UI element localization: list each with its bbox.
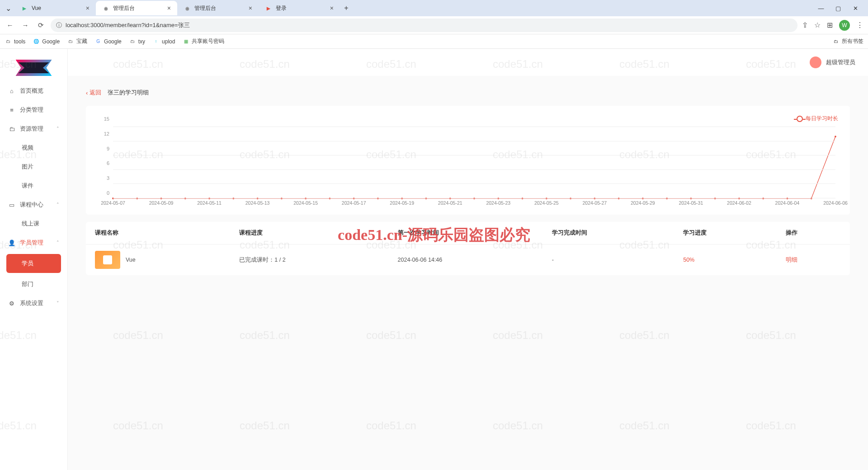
x-tick-label: 2024-06-04 <box>775 200 800 206</box>
sidebar-item[interactable]: 👤学员管理˄ <box>0 233 67 252</box>
bookmark-label: 宝藏 <box>76 38 87 45</box>
bookmark-label: txy <box>138 38 145 45</box>
bookmark-label: 共享账号密码 <box>192 38 224 45</box>
sidebar-sub-item[interactable]: 图片 <box>0 157 67 176</box>
chart-area: 03691215 2024-05-072024-05-092024-05-112… <box>98 124 838 210</box>
detail-link[interactable]: 明细 <box>786 257 797 263</box>
bookmark-icon: ↑ <box>152 38 160 45</box>
bookmark-icon: 🗀 <box>67 38 74 45</box>
table-card: 课程名称课程进度第一次学习时间学习完成时间学习进度操作 Vue 已完成课时：1 … <box>86 222 850 275</box>
sidebar-sub-item[interactable]: 线上课 <box>0 214 67 233</box>
y-tick-label: 9 <box>107 146 109 151</box>
bookmark-label: Google <box>104 38 122 45</box>
sidebar-sub-item[interactable]: 学员 <box>6 254 61 273</box>
sidebar-item[interactable]: ⌂首页概览 <box>0 81 67 100</box>
x-tick-label: 2024-05-27 <box>582 200 607 206</box>
courses-table: 课程名称课程进度第一次学习时间学习完成时间学习进度操作 Vue 已完成课时：1 … <box>86 222 850 275</box>
chart-plot <box>113 127 835 198</box>
y-tick-label: 6 <box>107 160 109 166</box>
forward-button[interactable]: → <box>20 21 31 29</box>
menu-label: 分类管理 <box>20 106 43 114</box>
browser-tab[interactable]: ▶Vue× <box>14 1 96 15</box>
legend-label: 每日学习时长 <box>806 115 838 122</box>
profile-avatar[interactable]: W <box>839 20 850 31</box>
column-header: 操作 <box>777 222 850 244</box>
tab-close-icon[interactable]: × <box>167 5 171 12</box>
x-tick-label: 2024-05-31 <box>679 200 703 206</box>
sidebar-item[interactable]: ⚙系统设置˅ <box>0 294 67 313</box>
tab-close-icon[interactable]: × <box>249 5 252 12</box>
browser-tab[interactable]: ◉管理后台× <box>177 1 259 15</box>
all-bookmarks[interactable]: 🗀 所有书签 <box>832 38 863 45</box>
bookmark-item[interactable]: ▦共享账号密码 <box>182 38 224 45</box>
bookmark-star-icon[interactable]: ☆ <box>814 21 821 29</box>
x-tick-label: 2024-05-23 <box>486 200 510 206</box>
menu-label: 首页概览 <box>20 87 43 95</box>
url-bar[interactable]: ⓘ localhost:3000/member/learn?id=1&name=… <box>51 19 797 32</box>
folder-icon: 🗀 <box>832 38 840 45</box>
maximize-button[interactable]: ▢ <box>834 5 843 12</box>
site-info-icon[interactable]: ⓘ <box>56 21 62 29</box>
new-tab-button[interactable]: + <box>340 4 353 12</box>
menu-icon: ≡ <box>8 107 15 113</box>
table-header-row: 课程名称课程进度第一次学习时间学习完成时间学习进度操作 <box>86 222 850 244</box>
tab-favicon-icon: ◉ <box>102 5 109 12</box>
tab-favicon-icon: ◉ <box>184 5 191 12</box>
bookmark-item[interactable]: 🗀txy <box>129 38 145 45</box>
x-tick-label: 2024-05-21 <box>438 200 462 206</box>
user-avatar-icon[interactable] <box>810 56 821 68</box>
bookmark-label: uplod <box>162 38 175 45</box>
browser-tab[interactable]: ◉管理后台× <box>96 1 177 15</box>
bookmark-label: tools <box>14 38 25 45</box>
bookmarks-bar: 🗀tools🌐Google🗀宝藏GGoogle🗀txy↑uplod▦共享账号密码… <box>0 34 868 49</box>
x-tick-label: 2024-05-25 <box>534 200 559 206</box>
page-title: 张三的学习明细 <box>108 89 149 97</box>
bookmark-item[interactable]: 🌐Google <box>33 38 60 45</box>
menu-label: 学员管理 <box>20 239 43 247</box>
y-axis: 03691215 <box>98 124 111 198</box>
sidebar-item[interactable]: 🗀资源管理˄ <box>0 119 67 138</box>
logo-area[interactable] <box>0 54 67 81</box>
main-content: ‹ 返回 张三的学习明细 每日学习时长 03691215 2024-05-072… <box>68 49 868 470</box>
sidebar-sub-item[interactable]: 视频 <box>0 138 67 157</box>
x-tick-label: 2024-05-15 <box>293 200 318 206</box>
browser-tab[interactable]: ▶登录× <box>259 1 340 15</box>
tab-close-icon[interactable]: × <box>86 5 90 12</box>
table-body: Vue 已完成课时：1 / 2 2024-06-06 14:46 - 50% 明… <box>86 244 850 276</box>
tab-title: 管理后台 <box>194 5 216 12</box>
x-tick-label: 2024-06-02 <box>727 200 751 206</box>
bookmark-item[interactable]: 🗀tools <box>5 38 25 45</box>
bookmark-item[interactable]: 🗀宝藏 <box>67 38 87 45</box>
bookmark-item[interactable]: ↑uplod <box>152 38 175 45</box>
logo-icon <box>16 60 52 76</box>
tabs-dropdown[interactable]: ⌄ <box>2 4 14 13</box>
bookmark-icon: 🗀 <box>129 38 136 45</box>
column-header: 学习进度 <box>674 222 776 244</box>
menu-icon: ⌂ <box>8 88 15 94</box>
x-tick-label: 2024-05-17 <box>342 200 366 206</box>
extensions-icon[interactable]: ⊞ <box>827 21 833 29</box>
sidebar: ⌂首页概览≡分类管理🗀资源管理˄视频图片课件▭课程中心˄线上课👤学员管理˄学员部… <box>0 49 68 470</box>
back-link[interactable]: ‹ 返回 <box>86 89 101 97</box>
x-tick-label: 2024-05-19 <box>390 200 414 206</box>
username-label: 超级管理员 <box>826 58 855 66</box>
close-window-button[interactable]: ✕ <box>851 5 860 12</box>
minimize-button[interactable]: — <box>816 5 826 12</box>
sidebar-item[interactable]: ▭课程中心˄ <box>0 195 67 214</box>
browser-menu-icon[interactable]: ⋮ <box>856 21 863 29</box>
tab-favicon-icon: ▶ <box>265 5 272 12</box>
back-button[interactable]: ← <box>5 21 15 29</box>
sidebar-sub-item[interactable]: 部门 <box>0 275 67 294</box>
app-root: ⌂首页概览≡分类管理🗀资源管理˄视频图片课件▭课程中心˄线上课👤学员管理˄学员部… <box>0 49 868 470</box>
tab-close-icon[interactable]: × <box>330 5 334 12</box>
chart-card: 每日学习时长 03691215 2024-05-072024-05-092024… <box>86 106 850 215</box>
chevron-icon: ˄ <box>57 126 59 132</box>
bookmark-item[interactable]: GGoogle <box>94 38 122 45</box>
bookmark-icon: ▦ <box>182 38 189 45</box>
reload-button[interactable]: ⟳ <box>35 21 46 29</box>
share-icon[interactable]: ⇪ <box>802 21 808 29</box>
sidebar-item[interactable]: ≡分类管理 <box>0 100 67 119</box>
toolbar-right: ⇪ ☆ ⊞ W ⋮ <box>802 20 863 31</box>
sidebar-sub-item[interactable]: 课件 <box>0 176 67 195</box>
x-tick-label: 2024-05-13 <box>245 200 270 206</box>
